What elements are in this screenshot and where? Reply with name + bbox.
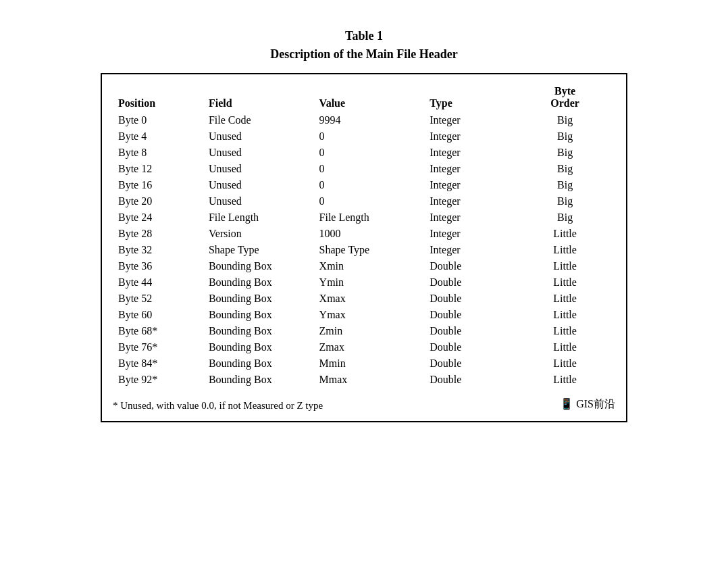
cell-position: Byte 44 <box>113 274 203 291</box>
cell-type: Double <box>424 307 515 323</box>
cell-field: Bounding Box <box>203 323 314 339</box>
cell-value: Mmin <box>314 355 425 372</box>
cell-field: Bounding Box <box>203 372 314 388</box>
watermark-icon: 📱 <box>560 398 573 409</box>
cell-type: Integer <box>424 128 515 145</box>
cell-byte-order: Little <box>515 274 615 291</box>
footer-note-text: * Unused, with value 0.0, if not Measure… <box>113 400 323 412</box>
cell-value: 0 <box>314 128 425 145</box>
cell-type: Integer <box>424 242 515 258</box>
cell-value: Xmin <box>314 258 425 274</box>
cell-position: Byte 24 <box>113 209 203 226</box>
cell-position: Byte 12 <box>113 161 203 177</box>
cell-field: Bounding Box <box>203 307 314 323</box>
col-header-type: Type <box>424 81 515 112</box>
cell-value: Xmax <box>314 291 425 307</box>
table-row: Byte 92*Bounding BoxMmaxDoubleLittle <box>113 372 615 388</box>
page-wrapper: Table 1 Description of the Main File Hea… <box>101 27 627 422</box>
cell-byte-order: Big <box>515 128 615 145</box>
table-row: Byte 16Unused0IntegerBig <box>113 177 615 193</box>
title-line2: Description of the Main File Header <box>101 45 627 64</box>
cell-type: Integer <box>424 112 515 128</box>
cell-byte-order: Big <box>515 112 615 128</box>
cell-byte-order: Little <box>515 339 615 355</box>
cell-value: File Length <box>314 209 425 226</box>
table-row: Byte 32Shape TypeShape TypeIntegerLittle <box>113 242 615 258</box>
footer-note: * Unused, with value 0.0, if not Measure… <box>113 400 323 412</box>
cell-byte-order: Little <box>515 291 615 307</box>
footer-row: * Unused, with value 0.0, if not Measure… <box>113 393 615 412</box>
table-row: Byte 28Version1000IntegerLittle <box>113 226 615 242</box>
cell-position: Byte 76* <box>113 339 203 355</box>
cell-type: Integer <box>424 226 515 242</box>
watermark: 📱 GIS前沿 <box>560 397 615 412</box>
table-title: Table 1 Description of the Main File Hea… <box>101 27 627 64</box>
table-row: Byte 76*Bounding BoxZmaxDoubleLittle <box>113 339 615 355</box>
cell-type: Double <box>424 355 515 372</box>
cell-byte-order: Big <box>515 161 615 177</box>
byte-order-line2: Order <box>550 97 579 109</box>
table-row: Byte 84*Bounding BoxMminDoubleLittle <box>113 355 615 372</box>
table-row: Byte 0File Code9994IntegerBig <box>113 112 615 128</box>
byte-order-line1: Byte <box>554 85 575 97</box>
cell-value: Ymin <box>314 274 425 291</box>
cell-value: 0 <box>314 177 425 193</box>
cell-byte-order: Big <box>515 209 615 226</box>
table-row: Byte 24File LengthFile LengthIntegerBig <box>113 209 615 226</box>
cell-field: File Length <box>203 209 314 226</box>
cell-value: 1000 <box>314 226 425 242</box>
table-row: Byte 68*Bounding BoxZminDoubleLittle <box>113 323 615 339</box>
table-row: Byte 60Bounding BoxYmaxDoubleLittle <box>113 307 615 323</box>
cell-position: Byte 0 <box>113 112 203 128</box>
table-row: Byte 12Unused0IntegerBig <box>113 161 615 177</box>
cell-field: Unused <box>203 145 314 161</box>
cell-position: Byte 36 <box>113 258 203 274</box>
cell-value: 0 <box>314 161 425 177</box>
cell-value: Zmax <box>314 339 425 355</box>
table-row: Byte 4Unused0IntegerBig <box>113 128 615 145</box>
col-header-value: Value <box>314 81 425 112</box>
cell-type: Integer <box>424 145 515 161</box>
cell-value: Ymax <box>314 307 425 323</box>
cell-position: Byte 16 <box>113 177 203 193</box>
cell-type: Double <box>424 291 515 307</box>
cell-position: Byte 52 <box>113 291 203 307</box>
cell-position: Byte 4 <box>113 128 203 145</box>
cell-position: Byte 8 <box>113 145 203 161</box>
cell-type: Integer <box>424 161 515 177</box>
cell-field: Version <box>203 226 314 242</box>
cell-type: Double <box>424 372 515 388</box>
cell-field: Bounding Box <box>203 274 314 291</box>
table-container: Position Field Value Type Byte Order Byt… <box>101 73 627 422</box>
table-row: Byte 8Unused0IntegerBig <box>113 145 615 161</box>
table-header-row: Position Field Value Type Byte Order <box>113 81 615 112</box>
main-table: Position Field Value Type Byte Order Byt… <box>113 81 615 388</box>
cell-byte-order: Little <box>515 226 615 242</box>
cell-field: File Code <box>203 112 314 128</box>
cell-type: Double <box>424 258 515 274</box>
cell-type: Double <box>424 274 515 291</box>
cell-byte-order: Little <box>515 323 615 339</box>
cell-field: Bounding Box <box>203 291 314 307</box>
col-header-field: Field <box>203 81 314 112</box>
cell-type: Integer <box>424 177 515 193</box>
cell-value: Shape Type <box>314 242 425 258</box>
title-line1: Table 1 <box>101 27 627 45</box>
cell-field: Bounding Box <box>203 339 314 355</box>
cell-type: Double <box>424 323 515 339</box>
cell-position: Byte 28 <box>113 226 203 242</box>
cell-byte-order: Big <box>515 177 615 193</box>
cell-position: Byte 92* <box>113 372 203 388</box>
cell-value: 0 <box>314 145 425 161</box>
cell-position: Byte 68* <box>113 323 203 339</box>
watermark-text: GIS前沿 <box>576 398 615 409</box>
cell-field: Unused <box>203 177 314 193</box>
cell-field: Shape Type <box>203 242 314 258</box>
cell-byte-order: Little <box>515 307 615 323</box>
cell-field: Unused <box>203 161 314 177</box>
cell-position: Byte 84* <box>113 355 203 372</box>
cell-field: Unused <box>203 128 314 145</box>
table-row: Byte 44Bounding BoxYminDoubleLittle <box>113 274 615 291</box>
col-header-byte-order: Byte Order <box>515 81 615 112</box>
cell-position: Byte 32 <box>113 242 203 258</box>
